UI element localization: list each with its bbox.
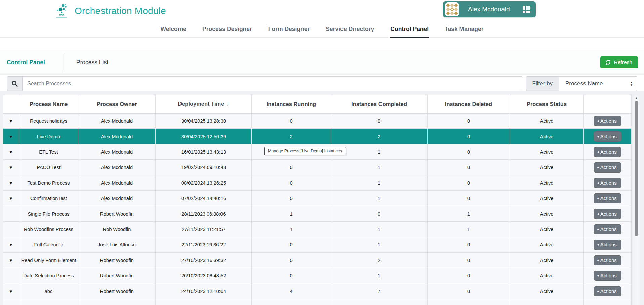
table-row: ▼ abc Robert Woodfin 24/10/2023 12:10:04… [3,283,632,299]
process-name-cell: PACO Test [19,160,78,175]
process-status-cell: Active [510,144,584,160]
user-badge[interactable]: Alex.Mcdonald [443,1,536,17]
table-top-strip [0,91,644,95]
nav-item-process-designer[interactable]: Process Designer [202,23,253,38]
expand-cell: ▼ [3,160,19,175]
expand-cell: ▼ [3,129,19,144]
actions-button[interactable]: ◂Actions [594,162,621,173]
caret-left-icon: ◂ [597,212,599,216]
actions-cell: ◂Actions [584,283,632,299]
expand-cell: ▼ [3,144,19,160]
instances-completed-cell: 1 [331,268,428,283]
instances-completed-cell: 0 [331,206,428,222]
actions-button[interactable]: ◂Actions [594,209,621,219]
actions-button[interactable]: ◂Actions [594,178,621,188]
actions-button[interactable]: ◂Actions [594,286,621,296]
process-status-cell: Active [510,160,584,175]
table-row: ▼ Date Selection Process Robert Woodfin … [3,268,632,283]
process-name-cell: Rob Woodfins Process [19,222,78,237]
process-table-body: ▼ Request holidays Alex Mcdonald 30/04/2… [3,113,632,305]
process-name-cell: Read Only Form Element [19,253,78,268]
process-name-cell: Date Selection Process [19,268,78,283]
actions-button[interactable]: ◂Actions [594,131,621,142]
process-name-cell: Request holidays [19,113,78,129]
caret-left-icon: ◂ [597,196,599,200]
search-input[interactable] [22,76,522,91]
instances-running-cell: 0 [252,237,331,253]
filter-group: Filter by Process Name ▲▼ [526,76,637,91]
expand-caret-icon[interactable]: ▼ [9,119,13,124]
actions-cell: ◂Actions [584,191,632,206]
instances-running-cell: 4 [252,283,331,299]
process-status-cell: Active [510,283,584,299]
filter-select[interactable]: Process Name ▲▼ [559,76,637,91]
table-row: ▼ Test Demo Process Alex Mcdonald 08/02/… [3,175,632,191]
instances-deleted-cell: 0 [428,268,510,283]
expand-cell: ▼ [3,268,19,283]
subtab-process-list[interactable]: Process List [76,59,108,66]
instances-deleted-cell: 0 [428,175,510,191]
process-owner-cell: Robert Woodfin [78,253,156,268]
expand-caret-icon[interactable]: ▼ [9,134,13,139]
table-header-row: Process Name Process Owner Deployment Ti… [3,95,632,113]
actions-button[interactable]: ◂Actions [594,255,621,265]
partial-table-row [3,299,632,305]
nav-item-service-directory[interactable]: Service Directory [325,23,375,38]
search-icon-box [7,76,22,91]
deployment-time-cell: 19/02/2024 09:10:43 [156,160,252,175]
col-header-process-name[interactable]: Process Name [19,95,78,113]
refresh-button[interactable]: Refresh [600,56,638,68]
col-header-instances-running[interactable]: Instances Running [252,95,331,113]
instances-running-cell: 0 [252,113,331,129]
nav-item-control-panel[interactable]: Control Panel [390,23,429,38]
process-status-cell: Active [510,113,584,129]
expand-caret-icon[interactable]: ▼ [9,196,13,201]
nav-item-form-designer[interactable]: Form Designer [268,23,311,38]
instances-completed-cell: 0 [331,113,428,129]
select-updown-icon: ▲▼ [630,81,633,86]
nav-item-welcome[interactable]: Welcome [160,23,187,38]
process-owner-cell: Robert Woodfin [78,283,156,299]
expand-caret-icon[interactable]: ▼ [9,258,13,263]
expand-caret-icon[interactable]: ▼ [9,289,13,294]
col-header-instances-deleted[interactable]: Instances Deleted [428,95,510,113]
actions-label: Actions [600,149,617,155]
expand-caret-icon[interactable]: ▼ [9,165,13,170]
expand-caret-icon[interactable]: ▼ [9,150,13,155]
brand: DS2 Orchestration Module [54,3,166,20]
actions-button[interactable]: ◂Actions [594,224,621,234]
table-row: ▼ PACO Test Alex Mcdonald 19/02/2024 09:… [3,160,632,175]
process-owner-cell: Jose Luis Alfonso [78,237,156,253]
filter-by-label: Filter by [526,76,559,91]
expand-caret-icon[interactable]: ▼ [9,242,13,247]
instances-completed-cell: 7 [331,283,428,299]
col-header-instances-completed[interactable]: Instances Completed [331,95,428,113]
actions-button[interactable]: ◂Actions [594,116,621,126]
actions-label: Actions [600,257,617,263]
process-status-cell: Active [510,222,584,237]
main-nav: Welcome Process Designer Form Designer S… [0,23,644,38]
svg-text:DS2: DS2 [59,14,64,17]
avatar [445,2,459,16]
subtab-control-panel[interactable]: Control Panel [7,59,45,66]
expand-caret-icon[interactable]: ▼ [9,181,13,186]
process-owner-cell: Alex Mcdonald [78,129,156,144]
col-header-process-status[interactable]: Process Status [510,95,584,113]
actions-button[interactable]: ◂Actions [594,193,621,203]
process-name-cell: Live Demo [19,129,78,144]
nav-item-task-manager[interactable]: Task Manager [444,23,484,38]
actions-button[interactable]: ◂Actions [594,240,621,250]
deployment-time-cell: 27/10/2023 16:39:32 [156,253,252,268]
scrollbar-up-icon[interactable]: ▲ [633,95,640,101]
tooltip: Manage Process [Live Demo] Instances [264,147,346,155]
scrollbar-thumb[interactable] [635,101,638,236]
expand-cell: ▼ [3,113,19,129]
actions-button[interactable]: ◂Actions [594,271,621,281]
deployment-time-cell: 08/02/2024 13:26:25 [156,175,252,191]
col-header-process-owner[interactable]: Process Owner [78,95,156,113]
vertical-scrollbar[interactable]: ▲ [633,95,640,305]
actions-button[interactable]: ◂Actions [594,147,621,157]
col-header-deployment-time[interactable]: Deployment Time↓ [156,95,252,113]
process-name-cell: Full Calendar [19,237,78,253]
apps-grid-icon[interactable] [523,6,530,13]
